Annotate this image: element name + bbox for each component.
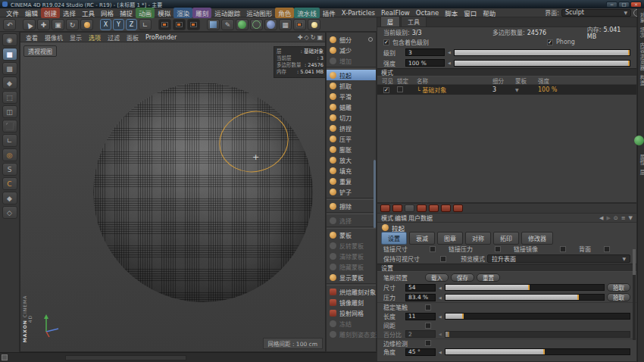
am-menu-edit[interactable]: 编辑: [395, 214, 407, 222]
close-button[interactable]: ×: [630, 2, 642, 8]
sculpt-tool-inflate[interactable]: 膨胀: [327, 144, 376, 154]
vp-menu-view[interactable]: 查看: [23, 33, 41, 42]
link-pressure-checkbox[interactable]: [495, 246, 501, 252]
length-input[interactable]: 11: [405, 313, 436, 320]
zoom-view-icon[interactable]: ◇: [305, 34, 309, 41]
history-icon-4[interactable]: [417, 204, 427, 212]
forward-arrow-icon[interactable]: ▶: [606, 215, 610, 221]
tab-falloff[interactable]: 衰减: [409, 232, 435, 245]
capsule-icon[interactable]: C: [2, 177, 17, 190]
last-tool-icon[interactable]: [80, 19, 93, 30]
menu-file[interactable]: 文件: [3, 8, 22, 18]
add-primitive-icon[interactable]: [207, 19, 220, 30]
menu-plugins[interactable]: 插件: [320, 8, 339, 18]
sculpt-tool-smooth[interactable]: 平滑: [327, 91, 376, 101]
minimize-button[interactable]: −: [606, 2, 617, 8]
perspective-viewport[interactable]: 查看 摄像机 显示 选项 过滤 面板 ProRender ✚ ◇ ↻ ▣ 透视视…: [20, 32, 326, 352]
steady-stroke-checkbox[interactable]: [425, 304, 431, 311]
pen-spline-icon[interactable]: ✎: [221, 19, 234, 30]
spinner-arrow-icon[interactable]: ◀: [439, 350, 442, 354]
menu-select[interactable]: 选择: [60, 8, 79, 18]
dock-tab-objects[interactable]: 对象: [638, 12, 644, 23]
am-menu-userdata[interactable]: 用户数据: [408, 214, 433, 222]
z-axis-lock-button[interactable]: Z: [126, 19, 137, 30]
spinner-arrow-icon[interactable]: ◀: [439, 295, 442, 300]
vp-menu-display[interactable]: 显示: [67, 33, 85, 42]
menu-sculpt[interactable]: 雕刻: [192, 8, 211, 18]
size-input[interactable]: 54: [405, 284, 436, 292]
tab-modifiers[interactable]: 修改器: [521, 232, 553, 245]
level-input[interactable]: 3: [405, 48, 445, 56]
tab-tools[interactable]: 工具: [401, 16, 427, 27]
link-size-checkbox[interactable]: [430, 246, 436, 252]
make-editable-icon[interactable]: ◉: [2, 33, 17, 46]
menu-create[interactable]: 创建: [41, 8, 60, 18]
menu-edit[interactable]: 编辑: [22, 8, 41, 18]
history-icon-2[interactable]: [392, 204, 402, 212]
spacing-checkbox[interactable]: [425, 323, 431, 329]
sculpt-tool-subdivide[interactable]: 细分: [327, 34, 376, 45]
timeline-handle[interactable]: [2, 354, 8, 360]
generator-icon[interactable]: [236, 19, 249, 30]
include-shading-checkbox[interactable]: ✓: [383, 39, 389, 45]
edges-mode-icon[interactable]: ◫: [2, 105, 17, 118]
history-icon-6[interactable]: [441, 204, 451, 212]
sculpt-tool-show-mask[interactable]: 显示蒙板: [327, 272, 376, 282]
angle-slider[interactable]: [445, 348, 630, 355]
pressure-slider[interactable]: [445, 294, 605, 301]
layer-lock-checkbox[interactable]: [397, 86, 403, 92]
tab-stamp[interactable]: 图章: [437, 232, 463, 245]
layer-visible-checkbox[interactable]: ✓: [383, 87, 389, 93]
history-icon-3[interactable]: [405, 204, 414, 212]
sculpt-tool-scrape[interactable]: 铲子: [327, 186, 376, 197]
vp-menu-options[interactable]: 选项: [86, 33, 104, 42]
coordinate-system-icon[interactable]: ∟: [139, 19, 152, 30]
history-icon-1[interactable]: [380, 204, 390, 212]
view-label[interactable]: 透视视图: [23, 45, 57, 57]
dock-tab-structure[interactable]: 构造: [638, 75, 644, 86]
dock-tab-content-browser[interactable]: 内容浏览器: [638, 42, 644, 71]
pick-size-button[interactable]: 拾取: [607, 283, 630, 292]
tab-stencil[interactable]: 拓印: [493, 232, 519, 245]
x-axis-lock-button[interactable]: X: [100, 19, 111, 30]
sculpt-panel-scrollbar[interactable]: [374, 160, 376, 228]
spinner-arrow-icon[interactable]: ◀: [439, 314, 442, 319]
level-slider[interactable]: [454, 49, 630, 56]
sculpt-tool-amplify[interactable]: 放大: [327, 154, 376, 165]
vp-menu-prorender[interactable]: ProRender: [142, 34, 180, 41]
move-tool-icon[interactable]: ✚: [37, 19, 50, 30]
sculpt-bake-object[interactable]: 烘焙雕刻对象: [327, 286, 376, 297]
strength-input[interactable]: 100 %: [405, 59, 445, 67]
sculpt-mirror[interactable]: 镜像雕刻: [327, 297, 376, 307]
menu-mograph[interactable]: 运动图形: [243, 8, 275, 18]
dock-tab-takes[interactable]: 场次: [638, 27, 644, 39]
backface-checkbox[interactable]: [604, 246, 610, 252]
size-slider[interactable]: [445, 284, 605, 291]
sculpt-sphere-object[interactable]: [93, 83, 313, 302]
menu-motion-tracker[interactable]: 运动跟踪: [211, 8, 243, 18]
preview-mode-select[interactable]: 拉升表面▼: [487, 254, 630, 263]
sculpt-tool-decrease[interactable]: 减少: [327, 45, 376, 55]
dock-tab-layers[interactable]: 层: [638, 170, 644, 176]
load-preset-button[interactable]: 载入: [425, 273, 449, 282]
angle-input[interactable]: 45 °: [405, 348, 436, 356]
pan-view-icon[interactable]: ✚: [298, 34, 303, 41]
subdivide-options-icon[interactable]: [368, 37, 373, 42]
tab-settings[interactable]: 设置: [381, 232, 407, 245]
menu-animate[interactable]: 动画: [136, 8, 155, 18]
viewport-solo-icon[interactable]: ◇: [2, 206, 17, 219]
reset-preset-button[interactable]: 重置: [477, 273, 500, 282]
sculpt-tool-grab[interactable]: 抓取: [327, 80, 376, 91]
deformer-icon[interactable]: [250, 19, 263, 30]
filter-icon[interactable]: ≡: [621, 215, 626, 221]
link-mirror-checkbox[interactable]: [560, 246, 566, 252]
vp-menu-panel[interactable]: 面板: [123, 33, 142, 42]
menu-xparticles[interactable]: X-Particles: [339, 8, 378, 17]
live-selection-icon[interactable]: ▲: [23, 19, 36, 30]
polygons-mode-icon[interactable]: ⬛: [2, 120, 17, 133]
menu-simulate[interactable]: 模拟: [155, 8, 174, 18]
sculpt-tool-repeat[interactable]: 重复: [327, 176, 376, 186]
workplane-mode-icon[interactable]: ◆: [2, 76, 17, 89]
enable-axis-icon[interactable]: ∟: [2, 134, 17, 147]
am-menu-mode[interactable]: 模式: [381, 214, 393, 222]
